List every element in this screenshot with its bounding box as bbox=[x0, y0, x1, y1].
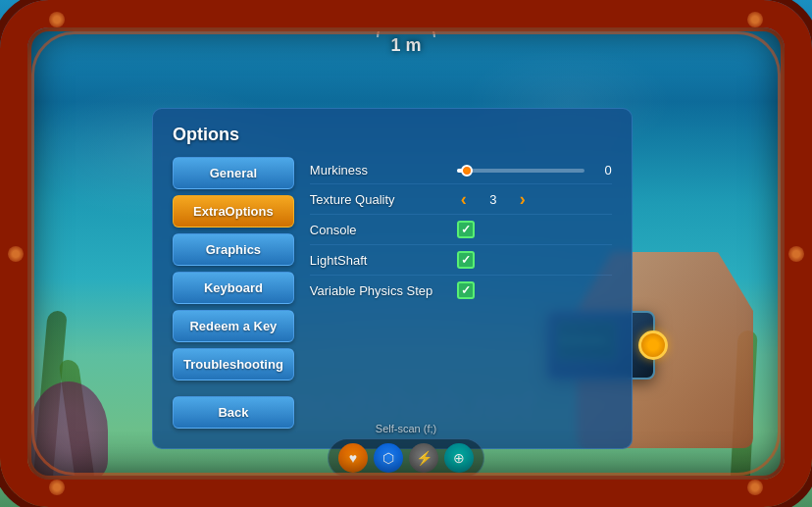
hud-tool-icon[interactable]: ⊕ bbox=[444, 443, 474, 473]
variable-physics-step-label: Variable Physics Step bbox=[310, 283, 457, 298]
texture-quality-value: 3 bbox=[479, 192, 508, 207]
bolt-middle-left bbox=[8, 246, 24, 262]
setting-variable-physics-step: Variable Physics Step bbox=[310, 276, 612, 305]
murkiness-control: 0 bbox=[457, 163, 612, 177]
console-control bbox=[457, 221, 475, 238]
setting-lightshaft: LightShaft bbox=[310, 245, 612, 276]
variable-physics-step-checkbox[interactable] bbox=[457, 281, 475, 299]
options-title: Options bbox=[173, 125, 612, 145]
settings-content: Murkiness 0 Texture Quality ‹ 3 › bbox=[310, 157, 612, 429]
nav-sidebar: General ExtraOptions Graphics Keyboard R… bbox=[173, 157, 294, 429]
health-glyph: ♥ bbox=[349, 450, 357, 466]
setting-murkiness: Murkiness 0 bbox=[310, 157, 612, 184]
hud-health-icon[interactable]: ♥ bbox=[338, 443, 368, 473]
hud-icons-bar: ♥ ⬡ ⚡ ⊕ bbox=[328, 438, 484, 478]
murkiness-value: 0 bbox=[592, 163, 612, 177]
nav-extra-options[interactable]: ExtraOptions bbox=[173, 195, 294, 228]
depth-arc bbox=[377, 18, 435, 37]
back-button[interactable]: Back bbox=[173, 396, 294, 429]
options-panel: Options General ExtraOptions Graphics Ke… bbox=[152, 108, 633, 449]
bolt-bottom-right bbox=[747, 480, 763, 495]
coral bbox=[29, 381, 108, 480]
murkiness-slider-thumb[interactable] bbox=[461, 165, 473, 177]
console-label: Console bbox=[310, 223, 457, 237]
tool-glyph: ⊕ bbox=[453, 450, 465, 466]
options-body: General ExtraOptions Graphics Keyboard R… bbox=[173, 157, 612, 429]
variable-physics-step-control bbox=[457, 281, 475, 299]
murkiness-slider-track[interactable] bbox=[457, 169, 584, 173]
murkiness-label: Murkiness bbox=[310, 163, 457, 177]
nav-keyboard[interactable]: Keyboard bbox=[173, 272, 294, 304]
nav-graphics[interactable]: Graphics bbox=[173, 233, 294, 266]
bolt-top-left bbox=[49, 12, 65, 27]
lightshaft-label: LightShaft bbox=[310, 253, 457, 268]
bolt-middle-right bbox=[788, 246, 804, 262]
hud-gun-icon[interactable]: ⚡ bbox=[409, 443, 438, 473]
setting-console: Console bbox=[310, 215, 612, 245]
bolt-bottom-left bbox=[49, 480, 65, 495]
lightshaft-checkbox[interactable] bbox=[457, 251, 475, 269]
texture-quality-increase[interactable]: › bbox=[516, 190, 530, 208]
scanner-lens bbox=[638, 330, 668, 360]
self-scan-label: Self-scan (f;) bbox=[376, 423, 436, 434]
bolt-top-right bbox=[747, 12, 763, 27]
depth-value: 1 m bbox=[390, 35, 421, 56]
nav-general[interactable]: General bbox=[173, 157, 294, 189]
hud-tank-icon[interactable]: ⬡ bbox=[374, 443, 403, 473]
depth-indicator: 1 m bbox=[377, 18, 435, 56]
nav-troubleshooting[interactable]: Troubleshooting bbox=[173, 348, 294, 380]
lightshaft-control bbox=[457, 251, 475, 269]
console-checkbox[interactable] bbox=[457, 221, 475, 238]
gun-glyph: ⚡ bbox=[416, 450, 432, 466]
setting-texture-quality: Texture Quality ‹ 3 › bbox=[310, 184, 612, 215]
tank-glyph: ⬡ bbox=[382, 450, 394, 466]
texture-quality-control: ‹ 3 › bbox=[457, 190, 530, 208]
hud-bottom: Self-scan (f;) ♥ ⬡ ⚡ ⊕ bbox=[328, 423, 484, 478]
nav-redeem-key[interactable]: Redeem a Key bbox=[173, 310, 294, 342]
texture-quality-decrease[interactable]: ‹ bbox=[457, 190, 471, 208]
texture-quality-label: Texture Quality bbox=[310, 192, 457, 207]
